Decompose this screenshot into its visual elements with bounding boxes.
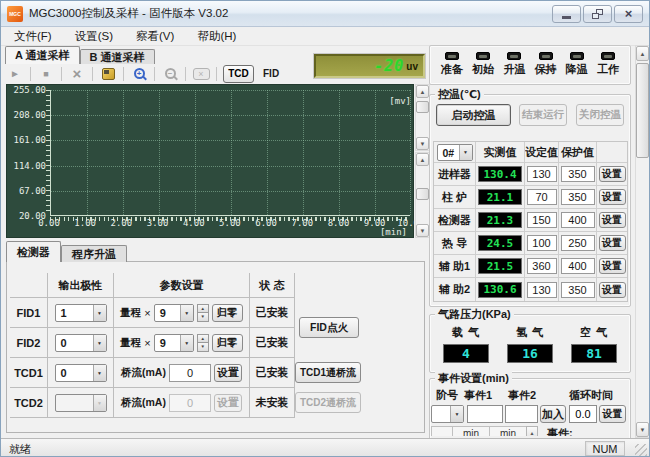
title-bar[interactable]: MGC MGC3000控制及采样 - 固件版本 V3.02 × [1,1,649,27]
tab-program-temp[interactable]: 程序升温 [61,245,127,262]
menu-item[interactable]: 设置(S) [66,27,122,46]
scroll-down-icon[interactable]: ▼ [636,422,649,437]
start-temp-button[interactable]: 启动控温 [436,104,511,126]
temperature-table: 0#▼ 实测值 设定值 保护值 进样器 130.4 130 350 设置 柱 炉… [433,141,628,302]
protect-temp-field[interactable]: 400 [561,258,595,274]
spin-up-icon[interactable]: ▲ [197,304,209,313]
status-bar: 就绪 NUM [1,438,649,457]
range-dropdown[interactable]: 9▼ [154,304,194,322]
delete-button[interactable]: × [65,65,89,82]
spin-up-icon[interactable]: ▲ [526,426,538,436]
chart-scrollbar-upper[interactable]: ▲ ▼ [415,84,430,151]
bridge-current-field[interactable]: 0 [169,364,211,382]
set-cycle-button[interactable]: 设置 [599,405,626,423]
pressure-group-title: 气路压力(KPa) [435,307,514,322]
scroll-up-icon[interactable]: ▲ [416,85,429,98]
range-label: 量程 [120,336,141,350]
protect-temp-field[interactable]: 250 [561,235,595,251]
start-acquisition-button[interactable]: ► [3,65,27,82]
right-panel-scrollbar[interactable]: ▲ ▼ [635,45,650,438]
set-temp-button[interactable]: 设置 [599,212,626,228]
zero-button[interactable]: 归零 [212,304,243,322]
x-tick-label: 8.00 [324,218,354,228]
minimize-button[interactable] [552,5,581,23]
set-bridge-button[interactable]: 设置 [214,364,242,382]
scroll-down-icon[interactable]: ▼ [416,137,429,150]
close-button[interactable]: × [614,5,643,23]
chart-scrollbar-lower[interactable]: ▲ ▼ [415,152,430,238]
set-temp-field[interactable]: 70 [527,189,557,205]
polarity-dropdown[interactable]: 0▼ [55,364,107,382]
menu-item[interactable]: 文件(F) [5,27,61,46]
led-indicator-icon [601,52,615,60]
gas-readout: 空 气 81 [571,325,617,363]
stage-dropdown[interactable]: ▼ [431,405,464,423]
event2-input[interactable] [505,405,538,423]
bridge-current-field: 0 [169,394,211,412]
menu-item[interactable]: 察看(V) [127,27,183,46]
scroll-down-icon[interactable]: ▼ [416,224,429,237]
tab-detector[interactable]: 检测器 [6,241,61,262]
range-dropdown[interactable]: 9▼ [154,334,194,352]
set-temp-field[interactable]: 150 [527,212,557,228]
led-indicator-icon [539,52,553,60]
menu-item[interactable]: 帮助(H) [188,27,245,46]
protect-temp-field[interactable]: 350 [561,166,595,182]
restore-button[interactable] [583,5,612,23]
protect-temp-field[interactable]: 400 [561,212,595,228]
zoom-in-button[interactable]: + [127,65,151,82]
tcd-toggle-button[interactable]: TCD [223,65,254,83]
detector-table: 输出极性 参数设置 状 态 FID1 1▼ 量程 × 9▼ ▲▼ 归零 已安装 [10,273,421,418]
set-temp-button[interactable]: 设置 [599,189,626,205]
tab-channel-a[interactable]: A 通道采样 [5,46,80,64]
set-temp-button[interactable]: 设置 [599,282,626,298]
event1-input[interactable] [467,405,503,423]
full-scale-button[interactable]: × [189,65,213,82]
fid-ignite-button[interactable]: FID点火 [299,317,359,338]
cycle-time-input[interactable] [569,405,597,423]
polarity-dropdown[interactable]: 1▼ [55,304,107,322]
zone-name: 热 导 [434,232,476,254]
event1-label: 事件1 [464,388,492,403]
temperature-header-row: 0#▼ 实测值 设定值 保护值 [434,142,627,163]
scrollbar-thumb[interactable] [416,101,429,113]
stop-acquisition-button[interactable]: ■ [34,65,58,82]
range-stepper[interactable]: ▲▼ [197,334,209,352]
fid-toggle-button[interactable]: FID [263,68,279,79]
channel-tabs: A 通道采样 B 通道采样 [5,46,155,64]
gas-readout: 载 气 4 [443,325,489,363]
zone-name: 进样器 [434,163,476,185]
protect-temp-field[interactable]: 350 [561,189,595,205]
scrollbar-thumb[interactable] [416,188,429,200]
set-temp-field[interactable]: 100 [527,235,557,251]
toolbar-separator [216,67,217,81]
range-stepper[interactable]: ▲▼ [197,304,209,322]
resize-grip[interactable] [635,444,647,456]
scroll-up-icon[interactable]: ▲ [416,153,429,166]
set-temp-field[interactable]: 130 [527,282,557,298]
set-temp-button[interactable]: 设置 [599,258,626,274]
set-temp-button[interactable]: 设置 [599,235,626,251]
chevron-down-icon: ▼ [450,406,463,422]
add-event-button[interactable]: 加入 [540,405,566,423]
y-axis-ticks [46,90,50,215]
actual-temp-lcd: 130.6 [478,282,522,298]
set-temp-field[interactable]: 360 [527,258,557,274]
scroll-up-icon[interactable]: ▲ [636,46,649,61]
polarity-dropdown[interactable]: 0▼ [55,334,107,352]
spin-down-icon[interactable]: ▼ [197,312,209,322]
scrollbar-thumb[interactable] [636,63,649,158]
set-temp-field[interactable]: 130 [527,166,557,182]
spin-down-icon[interactable]: ▼ [197,342,209,352]
header-params: 参数设置 [114,273,250,298]
tab-channel-b[interactable]: B 通道采样 [80,49,155,64]
zone-selector-dropdown[interactable]: 0#▼ [437,144,473,161]
protect-temp-field[interactable]: 350 [561,282,595,298]
spin-up-icon[interactable]: ▲ [197,334,209,343]
status-led-group: 准备 初始 升温 保持 降温 工作 [429,45,631,85]
sample-button[interactable] [96,65,120,82]
zoom-out-button[interactable]: − [158,65,182,82]
zero-button[interactable]: 归零 [212,334,243,352]
tcd1-bridge-button[interactable]: TCD1通桥流 [295,362,361,383]
set-temp-button[interactable]: 设置 [599,166,626,182]
